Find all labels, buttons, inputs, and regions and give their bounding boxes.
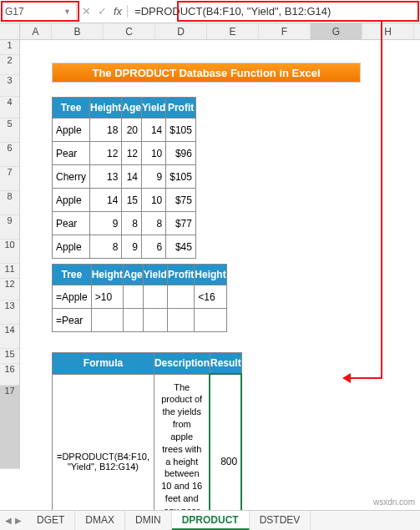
cell[interactable]: =Apple: [53, 285, 92, 309]
cell[interactable]: [91, 309, 123, 332]
cell[interactable]: Pear: [53, 212, 90, 235]
tab-prev-icon[interactable]: ◀: [5, 516, 12, 525]
cell[interactable]: 15: [122, 189, 142, 212]
select-all-corner[interactable]: [0, 23, 20, 39]
row-3[interactable]: 3: [0, 75, 19, 97]
cell[interactable]: 9: [122, 235, 142, 259]
cell[interactable]: 9: [142, 165, 166, 189]
cell[interactable]: Apple: [53, 189, 90, 212]
th-height3[interactable]: Height: [195, 265, 226, 285]
cell[interactable]: $75: [166, 189, 196, 212]
row-17[interactable]: 17: [0, 386, 19, 469]
cell[interactable]: [167, 309, 194, 332]
th-yield2[interactable]: Yield: [143, 265, 167, 285]
cell[interactable]: 14: [90, 189, 122, 212]
cell[interactable]: $45: [166, 235, 196, 259]
row-9[interactable]: 9: [0, 215, 19, 240]
cell[interactable]: Apple: [53, 235, 90, 259]
tab-next-icon[interactable]: ▶: [15, 516, 22, 525]
row-1[interactable]: 1: [0, 40, 19, 55]
name-box-dropdown-icon[interactable]: ▼: [63, 8, 71, 16]
row-14[interactable]: 14: [0, 325, 19, 349]
cell[interactable]: [124, 285, 144, 309]
cell[interactable]: $105: [166, 165, 196, 189]
cell-result-G17[interactable]: 800: [210, 374, 241, 530]
cell[interactable]: [143, 309, 167, 332]
col-C[interactable]: C: [104, 23, 155, 39]
col-B[interactable]: B: [52, 23, 104, 39]
row-13[interactable]: 13: [0, 300, 19, 325]
tab-DGET[interactable]: DGET: [27, 511, 75, 530]
cell[interactable]: [143, 285, 167, 309]
cell-formula[interactable]: =DPRODUCT(B4:F10, "Yield", B12:G14): [53, 374, 154, 530]
formula-input[interactable]: =DPRODUCT(B4:F10, "Yield", B12:G14): [128, 3, 420, 20]
cell[interactable]: 12: [122, 142, 142, 165]
cell[interactable]: <16: [195, 285, 226, 309]
cell[interactable]: [195, 309, 226, 332]
col-A[interactable]: A: [20, 23, 52, 39]
th-formula[interactable]: Formula: [53, 353, 154, 375]
cell[interactable]: [167, 285, 194, 309]
th-profit2[interactable]: Profit: [167, 265, 194, 285]
col-E[interactable]: E: [207, 23, 259, 39]
cell[interactable]: [124, 309, 144, 332]
row-7[interactable]: 7: [0, 167, 19, 191]
cell[interactable]: $77: [166, 212, 196, 235]
cell[interactable]: 13: [90, 165, 122, 189]
th-yield[interactable]: Yield: [142, 98, 166, 119]
cell[interactable]: 6: [142, 235, 166, 259]
row-15[interactable]: 15: [0, 349, 19, 364]
tab-DSTDEV[interactable]: DSTDEV: [250, 511, 311, 530]
th-height[interactable]: Height: [90, 98, 122, 119]
th-profit[interactable]: Profit: [166, 98, 196, 119]
row-10[interactable]: 10: [0, 240, 19, 264]
cell[interactable]: 10: [142, 142, 166, 165]
th-tree[interactable]: Tree: [53, 98, 90, 119]
row-2[interactable]: 2: [0, 55, 19, 75]
database-table: Tree Height Age Yield Profit Apple182014…: [52, 97, 196, 259]
cell[interactable]: 9: [90, 212, 122, 235]
cell[interactable]: 8: [90, 235, 122, 259]
cell[interactable]: Cherry: [53, 165, 90, 189]
enter-icon[interactable]: ✓: [98, 5, 107, 18]
th-age2[interactable]: Age: [124, 265, 144, 285]
tab-DPRODUCT[interactable]: DPRODUCT: [172, 511, 250, 530]
cell[interactable]: 8: [142, 212, 166, 235]
row-8[interactable]: 8: [0, 191, 19, 215]
row-16[interactable]: 16: [0, 364, 19, 386]
col-H[interactable]: H: [362, 23, 414, 39]
cell[interactable]: >10: [91, 285, 123, 309]
tab-DMIN[interactable]: DMIN: [125, 511, 172, 530]
row-4[interactable]: 4: [0, 97, 19, 119]
cell[interactable]: 18: [90, 119, 122, 142]
cancel-icon[interactable]: ✕: [82, 5, 91, 18]
th-tree2[interactable]: Tree: [53, 265, 92, 285]
cell[interactable]: 8: [122, 212, 142, 235]
tab-DMAX[interactable]: DMAX: [75, 511, 125, 530]
cell[interactable]: 20: [122, 119, 142, 142]
cell[interactable]: $96: [166, 142, 196, 165]
cell[interactable]: $105: [166, 119, 196, 142]
row-11[interactable]: 11: [0, 264, 19, 279]
fx-icon[interactable]: fx: [114, 5, 122, 18]
row-5[interactable]: 5: [0, 119, 19, 143]
th-description[interactable]: Description: [154, 353, 210, 375]
col-F[interactable]: F: [259, 23, 311, 39]
cell[interactable]: 10: [142, 189, 166, 212]
col-D[interactable]: D: [155, 23, 207, 39]
th-height2[interactable]: Height: [91, 265, 123, 285]
cell[interactable]: Apple: [53, 119, 90, 142]
cell[interactable]: 14: [142, 119, 166, 142]
th-result[interactable]: Result: [210, 353, 241, 375]
cell[interactable]: =Pear: [53, 309, 92, 332]
row-12[interactable]: 12: [0, 279, 19, 300]
cell[interactable]: Pear: [53, 142, 90, 165]
cell-description[interactable]: The product of the yields from apple tre…: [154, 374, 210, 530]
formula-bar: G17 ▼ ✕ ✓ fx =DPRODUCT(B4:F10, "Yield", …: [0, 0, 420, 23]
cell[interactable]: 12: [90, 142, 122, 165]
cell[interactable]: 14: [122, 165, 142, 189]
th-age[interactable]: Age: [122, 98, 142, 119]
row-6[interactable]: 6: [0, 143, 19, 167]
name-box[interactable]: G17 ▼: [0, 3, 77, 20]
col-G[interactable]: G: [311, 23, 362, 39]
